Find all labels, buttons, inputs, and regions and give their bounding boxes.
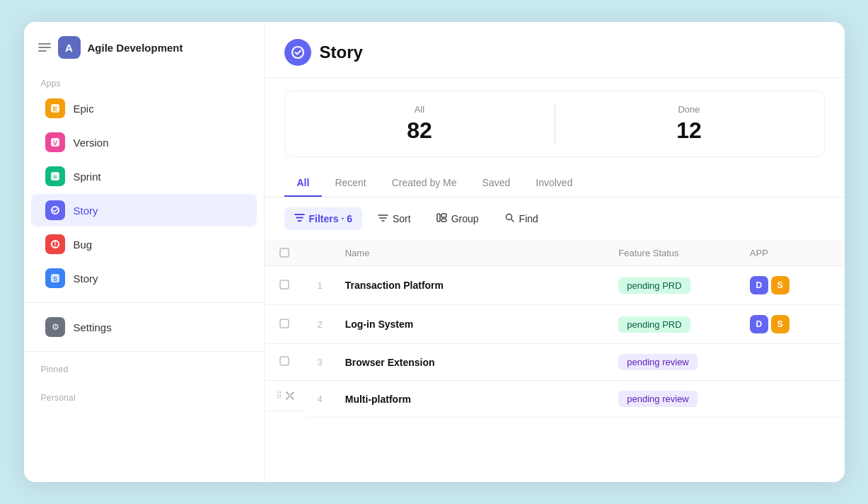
svg-text:E: E <box>52 105 57 113</box>
row-num: 4 <box>306 381 334 418</box>
sort-icon <box>378 212 388 225</box>
sidebar-item-bug[interactable]: ! Bug <box>31 228 257 260</box>
svg-text:V: V <box>52 139 57 147</box>
svg-rect-13 <box>437 214 440 222</box>
row-status: pending review <box>607 381 739 418</box>
app-avatar-s: S <box>771 315 789 333</box>
col-app: APP <box>739 240 845 266</box>
find-button[interactable]: Find <box>494 207 548 230</box>
sidebar-item-version[interactable]: V Version <box>31 126 257 159</box>
sidebar-divider2 <box>24 351 264 352</box>
row-checkbox[interactable] <box>265 266 306 305</box>
find-icon <box>504 212 515 225</box>
row-apps <box>739 344 845 381</box>
svg-rect-20 <box>280 357 289 365</box>
app-avatars: D S <box>750 276 833 294</box>
row-num: 2 <box>306 305 334 344</box>
find-label: Find <box>519 213 538 224</box>
row-apps: D S <box>739 305 845 344</box>
sidebar-item-story-label: Story <box>74 205 98 217</box>
toolbar: Filters · 6 Sort Group Find <box>265 197 845 240</box>
sidebar-toggle[interactable] <box>38 43 51 52</box>
status-badge: pending review <box>618 354 697 370</box>
sidebar-item-sprint[interactable]: ≡ Sprint <box>31 160 257 193</box>
sidebar-item-story[interactable]: Story <box>31 194 257 227</box>
epic-icon: E <box>45 98 65 118</box>
row-name: Multi-platform <box>334 381 608 418</box>
page-title: Story <box>320 42 363 62</box>
table-row[interactable]: ⠿ 4 Multi-platform pending review <box>265 381 845 418</box>
col-checkbox <box>265 240 306 266</box>
row-num: 3 <box>306 344 334 381</box>
app-avatar-d: D <box>750 315 768 333</box>
app-avatar-s: S <box>771 276 789 294</box>
main-content: Story All 82 Done 12 All Recent Created … <box>265 22 845 482</box>
stat-done-value: 12 <box>572 118 807 144</box>
col-num <box>306 240 334 266</box>
row-name: Log-in System <box>334 305 608 344</box>
sidebar-item-story2[interactable]: S Story <box>31 262 257 294</box>
expand-icon[interactable] <box>285 391 295 401</box>
section-pinned-label: Pinned <box>24 359 264 377</box>
row-name: Browser Extension <box>334 344 608 381</box>
app-avatar-d: D <box>750 276 768 294</box>
row-apps: D S <box>739 266 845 305</box>
svg-rect-14 <box>441 214 446 217</box>
stats-bar: All 82 Done 12 <box>284 91 825 157</box>
svg-text:!: ! <box>54 241 56 248</box>
row-checkbox[interactable] <box>265 344 306 381</box>
col-feature-status: Feature Status <box>607 240 739 266</box>
group-button[interactable]: Group <box>427 207 489 230</box>
tab-recent[interactable]: Recent <box>322 170 378 197</box>
story-active-icon <box>45 200 65 220</box>
sidebar-item-epic[interactable]: E Epic <box>31 92 257 125</box>
filters-button[interactable]: Filters · 6 <box>284 207 362 230</box>
svg-rect-17 <box>280 248 289 257</box>
svg-rect-15 <box>441 219 446 222</box>
stories-table: Name Feature Status APP 1 Transaction Pl… <box>265 240 845 418</box>
row-drag-handle[interactable]: ⠿ <box>265 381 306 411</box>
sidebar-item-bug-label: Bug <box>74 239 93 251</box>
table-wrap: Name Feature Status APP 1 Transaction Pl… <box>265 240 845 482</box>
tab-saved[interactable]: Saved <box>470 170 523 197</box>
tab-involved[interactable]: Involved <box>523 170 585 197</box>
row-status: pending review <box>607 344 739 381</box>
sidebar-item-sprint-label: Sprint <box>74 171 101 183</box>
status-badge: pending PRD <box>618 316 690 333</box>
settings-icon: ⚙ <box>45 317 65 337</box>
section-apps-label: Apps <box>24 73 264 91</box>
sidebar-item-version-label: Version <box>74 137 109 149</box>
workspace-badge: A <box>58 36 81 59</box>
drag-icon: ⠿ <box>276 391 282 401</box>
story2-icon: S <box>45 268 65 288</box>
tab-bar: All Recent Created by Me Saved Involved <box>265 170 845 197</box>
svg-text:≡: ≡ <box>53 173 57 181</box>
sprint-icon: ≡ <box>45 166 65 186</box>
sidebar: A Agile Development Apps E Epic V Versio… <box>24 22 265 482</box>
group-icon <box>436 212 447 225</box>
stat-done-label: Done <box>572 104 807 115</box>
row-checkbox[interactable] <box>265 305 306 344</box>
svg-rect-19 <box>280 319 289 328</box>
table-row[interactable]: 3 Browser Extension pending review <box>265 344 845 381</box>
bug-icon: ! <box>45 234 65 254</box>
tab-all[interactable]: All <box>284 170 323 197</box>
select-all-checkbox[interactable] <box>279 247 295 258</box>
sidebar-item-settings-label: Settings <box>74 321 112 333</box>
table-row[interactable]: 1 Transaction Platform pending PRD D S <box>265 266 845 305</box>
row-num: 1 <box>306 266 334 305</box>
story-header-icon <box>284 39 311 66</box>
sidebar-item-settings[interactable]: ⚙ Settings <box>31 311 257 343</box>
row-apps <box>739 381 845 418</box>
row-status: pending PRD <box>607 305 739 344</box>
tab-created-by-me[interactable]: Created by Me <box>379 170 470 197</box>
svg-rect-18 <box>280 280 289 289</box>
sort-button[interactable]: Sort <box>368 207 421 230</box>
workspace-name: Agile Development <box>88 42 183 54</box>
stat-all-label: All <box>302 104 538 115</box>
version-icon: V <box>45 132 65 152</box>
app-window: A Agile Development Apps E Epic V Versio… <box>24 22 845 482</box>
table-row[interactable]: 2 Log-in System pending PRD D S <box>265 305 845 344</box>
status-badge: pending review <box>618 391 697 407</box>
sidebar-item-story2-label: Story <box>74 273 98 285</box>
